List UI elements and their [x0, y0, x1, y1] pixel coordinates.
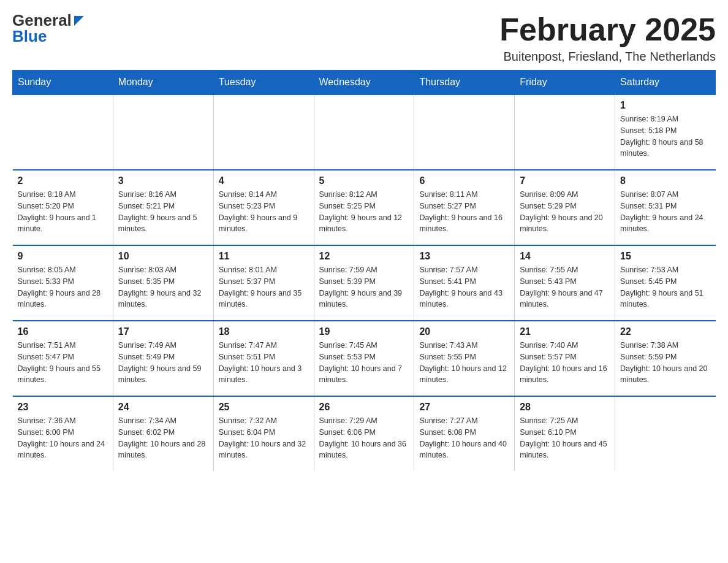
weekday-header-tuesday: Tuesday: [213, 71, 314, 95]
day-info: Sunrise: 7:29 AMSunset: 6:06 PMDaylight:…: [319, 415, 409, 461]
calendar-week-row: 9Sunrise: 8:05 AMSunset: 5:33 PMDaylight…: [13, 245, 716, 321]
calendar-day-cell: [615, 396, 716, 471]
logo: General Blue: [12, 12, 84, 44]
calendar-day-cell: 14Sunrise: 7:55 AMSunset: 5:43 PMDayligh…: [515, 245, 615, 321]
day-number: 20: [419, 326, 509, 337]
day-number: 21: [520, 326, 610, 337]
weekday-header-sunday: Sunday: [13, 71, 113, 95]
day-number: 16: [18, 326, 108, 337]
title-block: February 2025 Buitenpost, Friesland, The…: [499, 12, 716, 64]
day-info: Sunrise: 7:57 AMSunset: 5:41 PMDaylight:…: [419, 264, 509, 310]
day-info: Sunrise: 7:55 AMSunset: 5:43 PMDaylight:…: [520, 264, 610, 310]
calendar-day-cell: 5Sunrise: 8:12 AMSunset: 5:25 PMDaylight…: [314, 170, 414, 245]
page-header: General Blue February 2025 Buitenpost, F…: [12, 12, 716, 64]
day-info: Sunrise: 7:38 AMSunset: 5:59 PMDaylight:…: [620, 340, 710, 386]
calendar-day-cell: 27Sunrise: 7:27 AMSunset: 6:08 PMDayligh…: [414, 396, 515, 471]
day-number: 14: [520, 251, 610, 262]
calendar-day-cell: [113, 94, 213, 170]
day-info: Sunrise: 8:18 AMSunset: 5:20 PMDaylight:…: [18, 189, 108, 235]
day-info: Sunrise: 7:25 AMSunset: 6:10 PMDaylight:…: [520, 415, 610, 461]
day-number: 15: [620, 251, 710, 262]
calendar-day-cell: [414, 94, 515, 170]
day-info: Sunrise: 8:05 AMSunset: 5:33 PMDaylight:…: [18, 264, 108, 310]
month-title: February 2025: [499, 12, 716, 47]
calendar-day-cell: 26Sunrise: 7:29 AMSunset: 6:06 PMDayligh…: [314, 396, 414, 471]
day-info: Sunrise: 8:11 AMSunset: 5:27 PMDaylight:…: [419, 189, 509, 235]
day-number: 3: [118, 175, 208, 186]
day-number: 7: [520, 175, 610, 186]
calendar-day-cell: [13, 94, 113, 170]
day-number: 2: [18, 175, 108, 186]
calendar-day-cell: 17Sunrise: 7:49 AMSunset: 5:49 PMDayligh…: [113, 321, 213, 396]
day-number: 5: [319, 175, 409, 186]
calendar-day-cell: 25Sunrise: 7:32 AMSunset: 6:04 PMDayligh…: [213, 396, 314, 471]
weekday-header-friday: Friday: [515, 71, 615, 95]
day-info: Sunrise: 7:43 AMSunset: 5:55 PMDaylight:…: [419, 340, 509, 386]
calendar-body: 1Sunrise: 8:19 AMSunset: 5:18 PMDaylight…: [13, 94, 716, 471]
day-number: 10: [118, 251, 208, 262]
calendar-day-cell: 7Sunrise: 8:09 AMSunset: 5:29 PMDaylight…: [515, 170, 615, 245]
day-info: Sunrise: 8:03 AMSunset: 5:35 PMDaylight:…: [118, 264, 208, 310]
day-number: 13: [419, 251, 509, 262]
day-info: Sunrise: 7:47 AMSunset: 5:51 PMDaylight:…: [219, 340, 309, 386]
weekday-header-row: SundayMondayTuesdayWednesdayThursdayFrid…: [13, 71, 716, 95]
day-info: Sunrise: 7:34 AMSunset: 6:02 PMDaylight:…: [118, 415, 208, 461]
calendar-day-cell: 22Sunrise: 7:38 AMSunset: 5:59 PMDayligh…: [615, 321, 716, 396]
day-info: Sunrise: 7:49 AMSunset: 5:49 PMDaylight:…: [118, 340, 208, 386]
day-number: 24: [118, 402, 208, 413]
calendar-day-cell: 20Sunrise: 7:43 AMSunset: 5:55 PMDayligh…: [414, 321, 515, 396]
logo-blue-text: Blue: [12, 28, 84, 44]
day-number: 12: [319, 251, 409, 262]
day-number: 18: [219, 326, 309, 337]
day-info: Sunrise: 7:51 AMSunset: 5:47 PMDaylight:…: [18, 340, 108, 386]
calendar-day-cell: 16Sunrise: 7:51 AMSunset: 5:47 PMDayligh…: [13, 321, 113, 396]
day-number: 23: [18, 402, 108, 413]
calendar-day-cell: 23Sunrise: 7:36 AMSunset: 6:00 PMDayligh…: [13, 396, 113, 471]
logo-general-text: General: [12, 12, 72, 28]
day-number: 27: [419, 402, 509, 413]
calendar-day-cell: 10Sunrise: 8:03 AMSunset: 5:35 PMDayligh…: [113, 245, 213, 321]
day-info: Sunrise: 7:45 AMSunset: 5:53 PMDaylight:…: [319, 340, 409, 386]
day-info: Sunrise: 8:09 AMSunset: 5:29 PMDaylight:…: [520, 189, 610, 235]
logo-triangle-icon: [74, 16, 84, 26]
day-info: Sunrise: 8:12 AMSunset: 5:25 PMDaylight:…: [319, 189, 409, 235]
day-number: 9: [18, 251, 108, 262]
calendar-week-row: 16Sunrise: 7:51 AMSunset: 5:47 PMDayligh…: [13, 321, 716, 396]
day-info: Sunrise: 7:40 AMSunset: 5:57 PMDaylight:…: [520, 340, 610, 386]
calendar-day-cell: 19Sunrise: 7:45 AMSunset: 5:53 PMDayligh…: [314, 321, 414, 396]
location-subtitle: Buitenpost, Friesland, The Netherlands: [499, 50, 716, 64]
calendar-day-cell: 4Sunrise: 8:14 AMSunset: 5:23 PMDaylight…: [213, 170, 314, 245]
day-number: 8: [620, 175, 710, 186]
day-info: Sunrise: 8:01 AMSunset: 5:37 PMDaylight:…: [219, 264, 309, 310]
day-number: 22: [620, 326, 710, 337]
calendar-day-cell: 6Sunrise: 8:11 AMSunset: 5:27 PMDaylight…: [414, 170, 515, 245]
calendar-day-cell: 21Sunrise: 7:40 AMSunset: 5:57 PMDayligh…: [515, 321, 615, 396]
day-number: 17: [118, 326, 208, 337]
day-number: 28: [520, 402, 610, 413]
calendar-day-cell: 11Sunrise: 8:01 AMSunset: 5:37 PMDayligh…: [213, 245, 314, 321]
calendar-day-cell: 24Sunrise: 7:34 AMSunset: 6:02 PMDayligh…: [113, 396, 213, 471]
day-number: 25: [219, 402, 309, 413]
weekday-header-thursday: Thursday: [414, 71, 515, 95]
calendar-day-cell: 15Sunrise: 7:53 AMSunset: 5:45 PMDayligh…: [615, 245, 716, 321]
calendar-day-cell: [213, 94, 314, 170]
day-number: 26: [319, 402, 409, 413]
calendar-week-row: 2Sunrise: 8:18 AMSunset: 5:20 PMDaylight…: [13, 170, 716, 245]
day-number: 4: [219, 175, 309, 186]
calendar-day-cell: 13Sunrise: 7:57 AMSunset: 5:41 PMDayligh…: [414, 245, 515, 321]
day-info: Sunrise: 8:07 AMSunset: 5:31 PMDaylight:…: [620, 189, 710, 235]
calendar-table: SundayMondayTuesdayWednesdayThursdayFrid…: [12, 70, 716, 471]
calendar-day-cell: 28Sunrise: 7:25 AMSunset: 6:10 PMDayligh…: [515, 396, 615, 471]
day-number: 1: [620, 100, 710, 111]
day-info: Sunrise: 8:19 AMSunset: 5:18 PMDaylight:…: [620, 113, 710, 159]
day-info: Sunrise: 8:14 AMSunset: 5:23 PMDaylight:…: [219, 189, 309, 235]
calendar-day-cell: 3Sunrise: 8:16 AMSunset: 5:21 PMDaylight…: [113, 170, 213, 245]
calendar-week-row: 23Sunrise: 7:36 AMSunset: 6:00 PMDayligh…: [13, 396, 716, 471]
day-info: Sunrise: 7:36 AMSunset: 6:00 PMDaylight:…: [18, 415, 108, 461]
day-info: Sunrise: 7:32 AMSunset: 6:04 PMDaylight:…: [219, 415, 309, 461]
calendar-day-cell: [515, 94, 615, 170]
calendar-day-cell: 9Sunrise: 8:05 AMSunset: 5:33 PMDaylight…: [13, 245, 113, 321]
day-number: 6: [419, 175, 509, 186]
calendar-day-cell: 1Sunrise: 8:19 AMSunset: 5:18 PMDaylight…: [615, 94, 716, 170]
day-info: Sunrise: 7:53 AMSunset: 5:45 PMDaylight:…: [620, 264, 710, 310]
